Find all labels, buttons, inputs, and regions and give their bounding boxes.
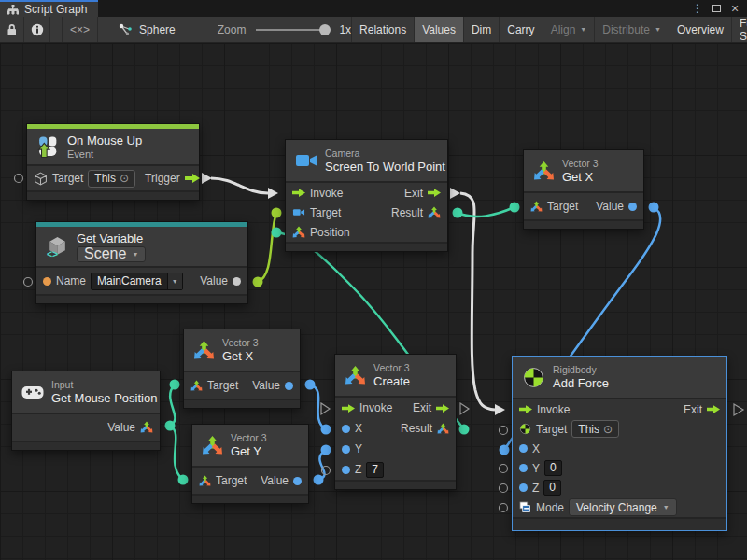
port-addforce-x-in[interactable] bbox=[500, 445, 510, 455]
carry-button[interactable]: Carry bbox=[500, 17, 543, 42]
distribute-button[interactable]: Distribute▼ bbox=[595, 17, 669, 42]
wire-mouse-to-gety[interactable] bbox=[170, 426, 183, 480]
node-get-y[interactable]: Vector 3 Get Y Target Value bbox=[191, 424, 309, 504]
port-getx-value-out[interactable] bbox=[305, 380, 316, 390]
x-port-dot[interactable] bbox=[342, 425, 350, 433]
port-gety-value-out[interactable] bbox=[314, 475, 324, 485]
value-port-dot[interactable] bbox=[628, 203, 637, 211]
tab-bar: Script Graph ⋮ × bbox=[0, 0, 747, 17]
vector3-icon bbox=[193, 340, 215, 361]
node-get-mouse-position[interactable]: Input Get Mouse Position Value bbox=[11, 371, 161, 451]
rigidbody-icon bbox=[519, 423, 531, 435]
node-screen-to-world-point[interactable]: Camera Screen To World Point Invoke Exit… bbox=[285, 139, 448, 252]
port-addforce-y-unconnected[interactable] bbox=[500, 465, 508, 473]
target-label: Target bbox=[536, 423, 567, 436]
port-addforce-exit-unconnected[interactable] bbox=[734, 404, 743, 415]
chevron-down-icon: ▼ bbox=[663, 504, 669, 511]
port-create-invoke-unconnected[interactable] bbox=[321, 403, 330, 414]
wire-variable-to-target[interactable] bbox=[258, 213, 276, 282]
value-port-dot[interactable] bbox=[293, 477, 302, 485]
port-gety-target-in[interactable] bbox=[178, 475, 189, 485]
vector3-icon bbox=[199, 475, 211, 487]
z-port-dot[interactable] bbox=[342, 466, 350, 474]
port-addforce-mode-unconnected[interactable] bbox=[500, 504, 508, 512]
x-port-dot[interactable] bbox=[519, 444, 528, 453]
relations-button[interactable]: Relations bbox=[351, 17, 415, 42]
y-label: Y bbox=[532, 462, 540, 475]
port-invoke-in[interactable] bbox=[268, 188, 278, 199]
dim-button[interactable]: Dim bbox=[464, 17, 500, 42]
port-create-x-in[interactable] bbox=[321, 425, 331, 435]
port-trigger-out[interactable] bbox=[202, 173, 212, 184]
z-value-field[interactable]: 7 bbox=[366, 462, 384, 478]
port-create-result-out[interactable] bbox=[459, 425, 470, 435]
z-value-field[interactable]: 0 bbox=[543, 480, 561, 496]
variable-name-dropdown[interactable]: MainCamera ▼ bbox=[91, 273, 183, 290]
port-exit-out[interactable] bbox=[450, 188, 460, 199]
maximize-icon[interactable] bbox=[708, 1, 725, 16]
port-create-y-in[interactable] bbox=[321, 445, 331, 455]
string-port-dot[interactable] bbox=[43, 277, 51, 286]
align-button[interactable]: Align▼ bbox=[543, 17, 596, 42]
value-port-dot[interactable] bbox=[233, 277, 241, 286]
flow-arrow-icon bbox=[436, 404, 449, 413]
x-label: X bbox=[355, 422, 362, 435]
port-mouse-value-out[interactable] bbox=[165, 421, 176, 431]
graph-canvas[interactable]: On Mouse Up Event Target This ⊙ Trigger bbox=[0, 43, 747, 560]
overview-button[interactable]: Overview bbox=[669, 17, 732, 42]
port-getvariable-in-unconnected[interactable] bbox=[24, 278, 33, 287]
port-variable-value-out[interactable] bbox=[253, 277, 263, 287]
variable-scope-dropdown[interactable]: Scene ▼ bbox=[77, 246, 146, 262]
wire-trigger-to-invoke[interactable] bbox=[211, 178, 268, 193]
graph-toolbar: <×> Sphere Zoom 1x Relations Values Dim … bbox=[0, 17, 747, 43]
object-picker-icon[interactable]: ⊙ bbox=[120, 172, 129, 185]
exit-label: Exit bbox=[684, 403, 702, 416]
node-on-mouse-up[interactable]: On Mouse Up Event Target This ⊙ Trigger bbox=[26, 123, 200, 201]
node-add-force[interactable]: Rigidbody Add Force Invoke Exit Target T… bbox=[512, 356, 727, 531]
zoom-slider[interactable] bbox=[256, 29, 329, 31]
port-addforce-z-unconnected[interactable] bbox=[500, 484, 508, 493]
port-onmouseup-in-unconnected[interactable] bbox=[15, 175, 23, 183]
port-addforce-invoke-in[interactable] bbox=[495, 404, 505, 415]
menu-icon[interactable]: ⋮ bbox=[689, 1, 706, 16]
y-value-field[interactable]: 0 bbox=[544, 460, 562, 476]
fullscreen-button[interactable]: Full Screen bbox=[732, 17, 747, 42]
invoke-label: Invoke bbox=[537, 403, 570, 416]
wire-mouse-to-getx[interactable] bbox=[170, 385, 175, 426]
port-camera-position-in[interactable] bbox=[272, 228, 282, 238]
code-preview-button[interactable]: <×> bbox=[62, 17, 98, 42]
target-label: Target bbox=[216, 474, 247, 487]
port-addforce-target-unconnected[interactable] bbox=[500, 427, 508, 435]
port-getxtop-value-out[interactable] bbox=[649, 203, 659, 213]
port-camera-result-out[interactable] bbox=[453, 208, 463, 218]
node-get-x[interactable]: Vector 3 Get X Target Value bbox=[183, 329, 301, 409]
object-picker-icon[interactable]: ⊙ bbox=[603, 423, 613, 436]
mode-dropdown[interactable]: Velocity Change ▼ bbox=[569, 498, 677, 516]
wire-exit-to-addforce-invoke[interactable] bbox=[460, 193, 495, 410]
port-getxtop-target-in[interactable] bbox=[510, 203, 520, 213]
y-port-dot[interactable] bbox=[519, 464, 528, 472]
info-button[interactable] bbox=[24, 17, 50, 42]
target-label: Target bbox=[207, 379, 238, 392]
zoom-slider-handle[interactable] bbox=[319, 24, 331, 35]
this-target-button[interactable]: This ⊙ bbox=[571, 420, 619, 438]
values-button[interactable]: Values bbox=[415, 17, 464, 42]
port-camera-target-in[interactable] bbox=[272, 208, 282, 218]
node-get-variable[interactable]: <> Get Variable Scene ▼ Name MainCamera … bbox=[35, 221, 248, 304]
port-create-exit-unconnected[interactable] bbox=[460, 403, 469, 414]
y-port-dot[interactable] bbox=[342, 445, 350, 454]
tab-title: Script Graph bbox=[24, 3, 87, 16]
z-port-dot[interactable] bbox=[519, 483, 528, 492]
wire-getx-to-create-x[interactable] bbox=[310, 385, 326, 429]
tab-script-graph[interactable]: Script Graph bbox=[0, 0, 98, 17]
node-create-vector3[interactable]: Vector 3 Create Invoke Exit X Result bbox=[334, 354, 457, 490]
lock-button[interactable] bbox=[0, 17, 24, 42]
node-get-x-top[interactable]: Vector 3 Get X Target Value bbox=[523, 149, 644, 230]
zoom-label: Zoom bbox=[218, 23, 247, 36]
wire-result-to-getx-top[interactable] bbox=[458, 207, 514, 217]
flow-arrow-icon bbox=[519, 405, 532, 413]
close-icon[interactable]: × bbox=[726, 1, 743, 16]
port-getx-target-in[interactable] bbox=[170, 380, 180, 390]
this-target-button[interactable]: This ⊙ bbox=[88, 170, 135, 188]
value-port-dot[interactable] bbox=[285, 382, 293, 390]
